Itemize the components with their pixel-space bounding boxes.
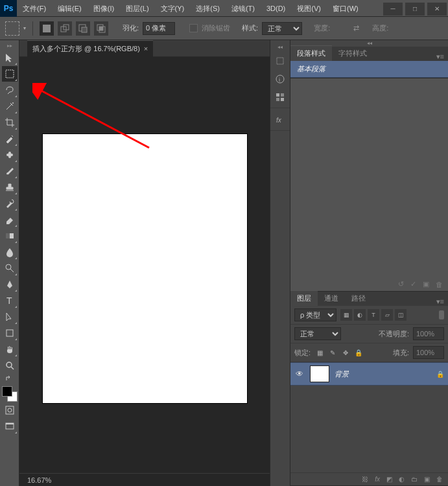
filter-type-icon[interactable]: T xyxy=(368,309,379,321)
marquee-tool[interactable] xyxy=(2,66,18,82)
layer-row[interactable]: 👁 背景 🔒 xyxy=(290,362,448,386)
fill-input[interactable] xyxy=(413,346,444,359)
zoom-tool[interactable] xyxy=(2,358,18,373)
canvas-viewport[interactable] xyxy=(19,57,270,473)
dodge-tool[interactable] xyxy=(2,260,18,276)
eyedropper-tool[interactable] xyxy=(2,131,18,146)
screenmode-tool[interactable] xyxy=(2,419,18,434)
style-select[interactable]: 正常 xyxy=(262,22,302,35)
close-button[interactable]: ✕ xyxy=(427,3,447,16)
menu-image[interactable]: 图像(I) xyxy=(88,0,120,17)
layer-thumbnail[interactable] xyxy=(310,365,329,382)
layer-filter-select[interactable]: ρ 类型 xyxy=(294,308,336,321)
layer-fx-icon[interactable]: fx xyxy=(375,476,380,483)
menu-edit[interactable]: 编辑(E) xyxy=(52,0,88,17)
clear-override-icon[interactable]: ↺ xyxy=(398,280,404,288)
type-tool[interactable]: T xyxy=(2,293,18,308)
layer-mask-icon[interactable]: ◩ xyxy=(386,476,392,483)
path-select-tool[interactable] xyxy=(2,309,18,325)
stamp-tool[interactable] xyxy=(2,179,18,195)
new-style-icon[interactable]: ▣ xyxy=(423,280,429,288)
zoom-level[interactable]: 16.67% xyxy=(27,476,51,484)
menu-file[interactable]: 文件(F) xyxy=(17,0,52,17)
dock-styles-icon[interactable]: fx xyxy=(272,112,288,128)
dock-info-icon[interactable]: i xyxy=(272,71,288,87)
filter-adjust-icon[interactable]: ◐ xyxy=(354,309,366,321)
healing-tool[interactable] xyxy=(2,147,18,163)
tab-character-styles[interactable]: 字符样式 xyxy=(332,46,373,61)
tool-preset-icon[interactable] xyxy=(5,21,19,36)
lock-all-icon[interactable]: 🔒 xyxy=(353,347,364,358)
brush-tool[interactable] xyxy=(2,163,18,179)
selection-subtract-icon[interactable] xyxy=(76,21,90,36)
lock-pixels-icon[interactable]: ✎ xyxy=(327,347,338,358)
link-layers-icon[interactable]: ⛓ xyxy=(362,476,368,483)
opacity-input[interactable] xyxy=(413,327,444,340)
tab-channels[interactable]: 通道 xyxy=(318,291,345,306)
dock-swatches-icon[interactable] xyxy=(272,89,288,105)
pen-tool[interactable] xyxy=(2,277,18,292)
svg-rect-27 xyxy=(281,93,284,97)
crop-tool[interactable] xyxy=(2,115,18,130)
panel-menu-icon[interactable]: ▾≡ xyxy=(432,52,448,61)
maximize-button[interactable]: □ xyxy=(405,3,425,16)
dock-color-icon[interactable] xyxy=(272,53,288,69)
tab-paragraph-styles[interactable]: 段落样式 xyxy=(290,45,332,61)
blend-mode-select[interactable]: 正常 xyxy=(294,327,341,340)
tab-layers[interactable]: 图层 xyxy=(290,290,318,306)
blur-tool[interactable] xyxy=(2,244,18,260)
hand-tool[interactable] xyxy=(2,341,18,357)
selection-new-icon[interactable] xyxy=(40,21,54,36)
layers-panel-menu-icon[interactable]: ▾≡ xyxy=(432,297,448,306)
menu-layer[interactable]: 图层(L) xyxy=(120,0,154,17)
color-swatches[interactable] xyxy=(2,386,18,402)
feather-input[interactable] xyxy=(143,22,175,35)
foreground-color[interactable] xyxy=(2,386,12,397)
menu-view[interactable]: 视图(V) xyxy=(291,0,327,17)
menu-filter[interactable]: 滤镜(T) xyxy=(226,0,261,17)
magic-wand-tool[interactable] xyxy=(2,98,18,114)
tool-preset-dropdown[interactable]: ▾ xyxy=(23,25,26,31)
gradient-tool[interactable] xyxy=(2,228,18,244)
toolbar-grip[interactable]: ▸▸ xyxy=(7,43,12,49)
history-brush-tool[interactable] xyxy=(2,196,18,211)
filter-shape-icon[interactable]: ▱ xyxy=(381,309,393,321)
lasso-tool[interactable] xyxy=(2,82,18,98)
svg-text:T: T xyxy=(6,295,12,306)
adjustment-layer-icon[interactable]: ◐ xyxy=(399,476,405,483)
menu-3d[interactable]: 3D(D) xyxy=(261,0,291,17)
filter-pixel-icon[interactable]: ▦ xyxy=(340,309,352,321)
trash-icon[interactable]: 🗑 xyxy=(436,281,443,288)
tab-paths[interactable]: 路径 xyxy=(345,291,372,306)
minimize-button[interactable]: ─ xyxy=(383,3,403,16)
swap-colors-icon[interactable] xyxy=(2,374,18,383)
move-tool[interactable] xyxy=(2,50,18,65)
document-tab[interactable]: 插入多个正方形 @ 16.7%(RGB/8) × xyxy=(27,40,153,57)
feather-label: 羽化: xyxy=(123,23,139,33)
quickmask-tool[interactable] xyxy=(2,402,18,418)
visibility-icon[interactable]: 👁 xyxy=(294,369,305,378)
svg-rect-7 xyxy=(99,27,103,30)
group-icon[interactable]: 🗀 xyxy=(411,476,418,483)
canvas[interactable] xyxy=(43,134,247,403)
new-layer-icon[interactable]: ▣ xyxy=(424,476,430,483)
filter-toggle[interactable] xyxy=(439,310,444,319)
menu-window[interactable]: 窗口(W) xyxy=(327,0,364,17)
menu-select[interactable]: 选择(S) xyxy=(190,0,226,17)
eraser-tool[interactable] xyxy=(2,212,18,227)
menu-bar: 文件(F) 编辑(E) 图像(I) 图层(L) 文字(Y) 选择(S) 滤镜(T… xyxy=(17,0,382,17)
layer-name[interactable]: 背景 xyxy=(335,369,431,379)
filter-smart-icon[interactable]: ◫ xyxy=(395,309,407,321)
selection-intersect-icon[interactable] xyxy=(94,21,108,36)
paragraph-style-item[interactable]: 基本段落 xyxy=(290,61,448,78)
delete-layer-icon[interactable]: 🗑 xyxy=(436,476,443,483)
dock-grip[interactable]: ◂◂ xyxy=(277,44,283,51)
layer-lock-icon[interactable]: 🔒 xyxy=(436,371,444,378)
shape-tool[interactable] xyxy=(2,325,18,341)
check-icon[interactable]: ✓ xyxy=(410,280,416,288)
selection-add-icon[interactable] xyxy=(58,21,72,36)
menu-type[interactable]: 文字(Y) xyxy=(155,0,191,17)
lock-position-icon[interactable]: ✥ xyxy=(340,347,351,358)
lock-transparent-icon[interactable]: ▦ xyxy=(314,347,325,358)
document-tab-close[interactable]: × xyxy=(144,45,148,52)
